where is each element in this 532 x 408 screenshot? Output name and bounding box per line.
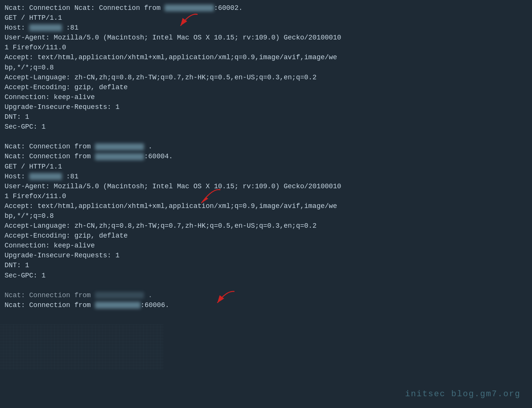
- terminal-line: GET / HTTP/1.1: [5, 13, 527, 23]
- terminal-line: Upgrade-Insecure-Requests: 1: [5, 250, 527, 260]
- terminal-line: Accept-Language: zh-CN,zh;q=0.8,zh-TW;q=…: [5, 72, 527, 82]
- terminal-line: 1 Firefox/111.0: [5, 43, 527, 52]
- terminal-line: Upgrade-Insecure-Requests: 1: [5, 102, 527, 112]
- terminal-line: Accept: text/html,application/xhtml+xml,…: [5, 201, 527, 211]
- host-redacted: [29, 24, 62, 31]
- terminal-line: Connection: keep-alive: [5, 92, 527, 102]
- from-keyword: Ncat: Connection from: [74, 4, 165, 12]
- arrow-annotation-3: [212, 288, 242, 312]
- terminal-line: 1 Firefox/111.0: [5, 191, 527, 201]
- terminal-window: Ncat: Connection Ncat: Connection from :…: [0, 0, 532, 408]
- terminal-line: Ncat: Connection from .: [5, 290, 527, 300]
- terminal-line: Host: :81: [5, 172, 527, 181]
- terminal-line: Sec-GPC: 1: [5, 271, 527, 280]
- arrow-annotation-1: [175, 11, 205, 36]
- terminal-line: Accept-Encoding: gzip, deflate: [5, 82, 527, 92]
- terminal-line: bp,*/*;q=0.8: [5, 63, 527, 72]
- terminal-line: DNT: 1: [5, 112, 527, 122]
- glitch-text-area: Ncat: Connection from . Ncat: Connection…: [5, 290, 527, 310]
- port-suffix: :60002.: [214, 4, 243, 12]
- terminal-line: DNT: 1: [5, 260, 527, 270]
- watermark: initsec blog.gm7.org: [405, 388, 521, 400]
- spacer: [5, 280, 527, 290]
- terminal-line: Ncat: Connection from :60004.: [5, 151, 527, 161]
- terminal-line: Accept-Language: zh-CN,zh;q=0.8,zh-TW;q=…: [5, 221, 527, 231]
- terminal-line: GET / HTTP/1.1: [5, 162, 527, 172]
- spacer: [5, 132, 527, 142]
- terminal-line: Ncat: Connection from .: [5, 142, 527, 151]
- ip-redacted-3: [95, 153, 144, 160]
- host-redacted-2: [29, 173, 62, 180]
- terminal-line: Accept-Encoding: gzip, deflate: [5, 231, 527, 241]
- terminal-line: Connection: keep-alive: [5, 241, 527, 250]
- terminal-line: Ncat: Connection from :60006.: [5, 300, 527, 310]
- terminal-line: Sec-GPC: 1: [5, 122, 527, 132]
- terminal-line: bp,*/*;q=0.8: [5, 211, 527, 221]
- terminal-line: User-Agent: Mozilla/5.0 (Macintosh; Inte…: [5, 33, 527, 43]
- ip-redacted-4: [95, 302, 141, 309]
- ip-redacted-2: [95, 143, 144, 150]
- terminal-line: Host: :81: [5, 23, 527, 33]
- arrow-annotation-2: [194, 186, 228, 214]
- terminal-line: Ncat: Connection Ncat: Connection from :…: [5, 3, 527, 13]
- terminal-line: Accept: text/html,application/xhtml+xml,…: [5, 52, 527, 62]
- terminal-line: User-Agent: Mozilla/5.0 (Macintosh; Inte…: [5, 181, 527, 191]
- ip-redacted-glitch: [95, 292, 144, 299]
- glitch-effect: [0, 325, 163, 370]
- ncat-prefix: Ncat: Connection: [5, 4, 74, 12]
